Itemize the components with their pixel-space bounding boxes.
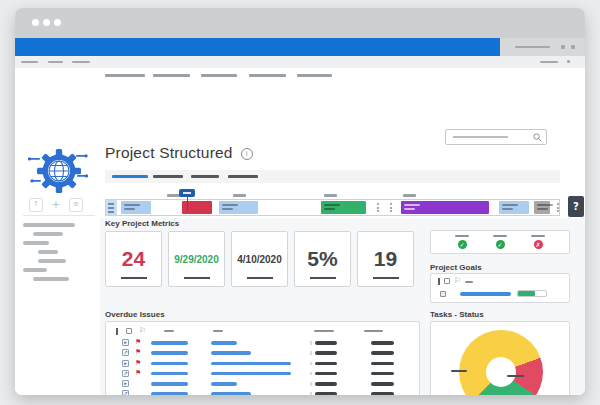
goal-progress-track (517, 290, 547, 297)
column-header-placeholder (213, 330, 223, 332)
timeline-label-placeholder (324, 194, 337, 197)
issue-row[interactable]: ▸⚑ (106, 338, 419, 348)
tab-placeholder[interactable] (191, 175, 219, 178)
issue-title-bar (151, 351, 188, 355)
goals-card: ⚐ (430, 273, 570, 303)
task-outline-item[interactable] (38, 259, 66, 263)
ribbon-button[interactable] (561, 45, 565, 49)
share-icon[interactable]: ↑ (29, 198, 43, 212)
timeline-divider-cell[interactable] (387, 200, 394, 215)
issue-owner-bar (371, 362, 394, 366)
checkbox-icon[interactable] (126, 328, 132, 334)
issue-owner-bar (371, 392, 394, 395)
issue-row[interactable]: ↗ (106, 389, 419, 395)
task-outline-item[interactable] (33, 277, 69, 281)
timeline-task-bar[interactable] (219, 201, 258, 214)
issue-row[interactable]: ▸⚑ (106, 359, 419, 369)
issue-date-bar (315, 392, 337, 395)
issue-owner-bar (371, 341, 394, 345)
status-label-placeholder (455, 235, 469, 237)
link-task-icon: ↗ (122, 370, 129, 377)
flag-outline-icon: ⚐ (454, 277, 461, 285)
timeline-task-bar[interactable] (534, 201, 550, 214)
metrics-section-label: Key Project Metrics (105, 219, 179, 228)
issue-row[interactable]: ▸ (106, 379, 419, 389)
search-input[interactable] (445, 129, 547, 145)
goal-progress-fill (518, 291, 535, 296)
metric-cards: 249/29/20204/10/20205%19 (105, 231, 427, 289)
window-control-dot[interactable] (43, 19, 50, 26)
logo-gear-globe (26, 144, 90, 200)
check-circle-icon: ✓ (496, 240, 505, 249)
dash-placeholder (465, 281, 473, 283)
menu-item-placeholder[interactable] (21, 61, 38, 63)
milestone-flag[interactable] (179, 189, 195, 197)
metric-card: 24 (105, 231, 162, 287)
notes-icon[interactable]: ≡ (69, 198, 83, 212)
timeline-task-bar[interactable] (401, 201, 489, 214)
timeline-label-placeholder (233, 194, 246, 197)
content-area: ↑ + ≡ Project Structured i (15, 68, 585, 395)
window-control-dot[interactable] (32, 19, 39, 26)
expand-task-icon: ▸ (122, 360, 129, 367)
timeline-row-header (106, 200, 117, 215)
ribbon-bar (15, 38, 585, 56)
issue-date-bar (315, 341, 337, 345)
expand-task-icon: ▸ (122, 380, 129, 387)
task-outline-item[interactable] (23, 223, 75, 227)
cell-tick (310, 382, 312, 386)
timeline-divider-cell[interactable] (374, 200, 381, 215)
tab-active-indicator[interactable] (112, 175, 148, 178)
menu-item-placeholder[interactable] (153, 74, 190, 77)
issue-date-bar (315, 382, 337, 386)
timeline-task-bar[interactable] (499, 201, 529, 214)
cell-tick (310, 392, 312, 395)
metric-underline (247, 277, 273, 279)
timeline-task-bar[interactable] (321, 201, 366, 214)
menu-item-placeholder[interactable] (201, 74, 237, 77)
title-row: Project Structured i (105, 144, 253, 162)
page: ↑ + ≡ Project Structured i (0, 0, 600, 405)
issue-desc-bar (211, 351, 251, 355)
metric-value: 19 (374, 247, 397, 271)
ribbon-button[interactable] (571, 45, 575, 49)
tab-placeholder[interactable] (228, 175, 258, 178)
task-outline-item[interactable] (23, 268, 47, 272)
search-icon (533, 133, 542, 142)
column-header-placeholder (364, 330, 383, 332)
task-outline-item[interactable] (23, 241, 49, 245)
metric-value: 4/10/2020 (237, 254, 282, 265)
timeline-task-bar[interactable] (121, 201, 151, 214)
issue-row[interactable]: ↗⚑ (106, 348, 419, 358)
issue-row[interactable]: ↗⚑ (106, 369, 419, 379)
cell-tick (310, 341, 312, 345)
slice-label-placeholder (507, 375, 524, 377)
task-outline-item[interactable] (38, 250, 58, 254)
help-button[interactable]: ? (568, 196, 584, 217)
tab-placeholder[interactable] (153, 175, 183, 178)
move-icon[interactable]: + (49, 198, 63, 212)
task-outline-item[interactable] (33, 232, 63, 236)
info-icon[interactable]: i (241, 148, 253, 160)
issue-title-bar (151, 372, 188, 376)
flag-outline-icon: ⚐ (139, 327, 146, 335)
status-label-placeholder (531, 235, 545, 237)
metric-underline (121, 277, 147, 279)
page-title: Project Structured (105, 144, 233, 162)
issue-date-bar (315, 372, 337, 376)
menu-item-placeholder[interactable] (72, 61, 90, 63)
menu-button[interactable] (567, 60, 570, 63)
menu-item-placeholder[interactable] (48, 61, 63, 63)
menu-item-placeholder[interactable] (540, 61, 558, 63)
menu-item-placeholder[interactable] (249, 74, 286, 77)
checkbox-icon[interactable] (444, 278, 450, 284)
menu-item-placeholder[interactable] (297, 74, 332, 77)
link-task-icon: ↗ (122, 349, 129, 356)
menu-item-placeholder[interactable] (105, 74, 145, 77)
issue-desc-bar (211, 362, 291, 366)
metric-value: 9/29/2020 (174, 254, 219, 265)
tab-strip (105, 170, 560, 183)
timeline-divider-cell[interactable] (554, 200, 561, 215)
issue-title-bar (151, 382, 188, 386)
window-control-dot[interactable] (54, 19, 61, 26)
